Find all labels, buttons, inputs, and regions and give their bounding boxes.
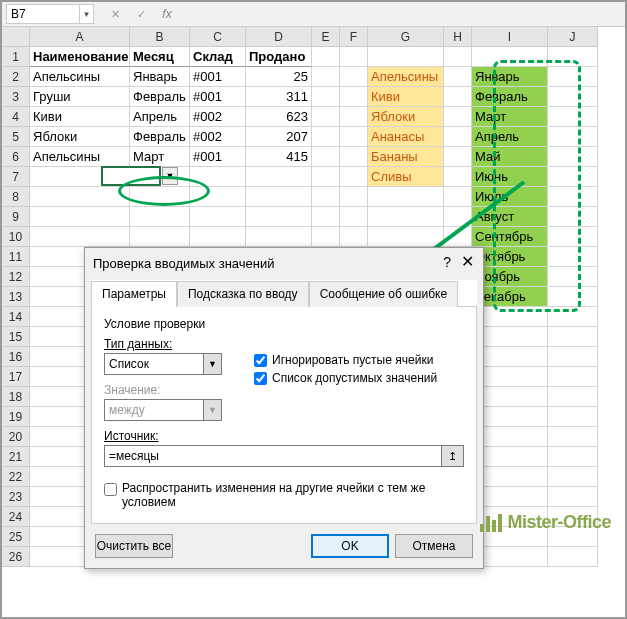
cell-F7[interactable] [340,167,368,187]
cell-H6[interactable] [444,147,472,167]
dialog-help-icon[interactable]: ? [443,254,451,270]
cell-B1[interactable]: Месяц [130,47,190,67]
cell-J17[interactable] [548,367,598,387]
cell-E4[interactable] [312,107,340,127]
cell-E8[interactable] [312,187,340,207]
cell-G10[interactable] [368,227,444,247]
cell-J22[interactable] [548,467,598,487]
cell-G1[interactable] [368,47,444,67]
cell-C10[interactable] [190,227,246,247]
cell-B3[interactable]: Февраль [130,87,190,107]
cell-B2[interactable]: Январь [130,67,190,87]
cell-F2[interactable] [340,67,368,87]
cell-F8[interactable] [340,187,368,207]
row-header-5[interactable]: 5 [2,127,30,147]
row-header-11[interactable]: 11 [2,247,30,267]
tab-error-message[interactable]: Сообщение об ошибке [309,281,458,307]
cell-C4[interactable]: #002 [190,107,246,127]
cell-E5[interactable] [312,127,340,147]
cell-A10[interactable] [30,227,130,247]
cell-E1[interactable] [312,47,340,67]
row-header-16[interactable]: 16 [2,347,30,367]
cell-A5[interactable]: Яблоки [30,127,130,147]
row-header-12[interactable]: 12 [2,267,30,287]
row-header-23[interactable]: 23 [2,487,30,507]
name-box[interactable] [6,4,80,24]
cell-A2[interactable]: Апельсины [30,67,130,87]
type-select[interactable] [104,353,204,375]
cancel-formula-icon[interactable]: ✕ [104,4,126,24]
col-header-H[interactable]: H [444,27,472,47]
cell-D4[interactable]: 623 [246,107,312,127]
col-header-J[interactable]: J [548,27,598,47]
cell-J15[interactable] [548,327,598,347]
cell-J19[interactable] [548,407,598,427]
cell-D5[interactable]: 207 [246,127,312,147]
cell-G9[interactable] [368,207,444,227]
cell-H7[interactable] [444,167,472,187]
cell-E10[interactable] [312,227,340,247]
cell-H4[interactable] [444,107,472,127]
cell-D3[interactable]: 311 [246,87,312,107]
cell-F1[interactable] [340,47,368,67]
cell-H5[interactable] [444,127,472,147]
col-header-I[interactable]: I [472,27,548,47]
cell-J26[interactable] [548,547,598,567]
row-header-18[interactable]: 18 [2,387,30,407]
cell-F5[interactable] [340,127,368,147]
cell-E3[interactable] [312,87,340,107]
col-header-G[interactable]: G [368,27,444,47]
cell-G8[interactable] [368,187,444,207]
cell-J21[interactable] [548,447,598,467]
row-header-24[interactable]: 24 [2,507,30,527]
cell-A1[interactable]: Наименование [30,47,130,67]
cell-G3[interactable]: Киви [368,87,444,107]
confirm-formula-icon[interactable]: ✓ [130,4,152,24]
row-header-3[interactable]: 3 [2,87,30,107]
cell-C3[interactable]: #001 [190,87,246,107]
source-input[interactable] [104,445,442,467]
cell-F9[interactable] [340,207,368,227]
clear-all-button[interactable]: Очистить все [95,534,173,558]
row-header-21[interactable]: 21 [2,447,30,467]
cell-J16[interactable] [548,347,598,367]
propagate-checkbox[interactable]: Распространить изменения на другие ячейк… [104,481,464,509]
ignore-empty-checkbox[interactable]: Игнорировать пустые ячейки [254,353,437,367]
cell-B9[interactable] [130,207,190,227]
name-box-dropdown[interactable]: ▼ [80,4,94,24]
cell-D10[interactable] [246,227,312,247]
cell-H9[interactable] [444,207,472,227]
cell-J18[interactable] [548,387,598,407]
cell-J20[interactable] [548,427,598,447]
range-picker-icon[interactable]: ↥ [442,445,464,467]
cell-B4[interactable]: Апрель [130,107,190,127]
row-header-22[interactable]: 22 [2,467,30,487]
cell-F10[interactable] [340,227,368,247]
col-header-E[interactable]: E [312,27,340,47]
row-header-10[interactable]: 10 [2,227,30,247]
cell-G4[interactable]: Яблоки [368,107,444,127]
col-header-A[interactable]: A [30,27,130,47]
row-header-15[interactable]: 15 [2,327,30,347]
row-header-19[interactable]: 19 [2,407,30,427]
col-header-D[interactable]: D [246,27,312,47]
cell-F3[interactable] [340,87,368,107]
cell-C2[interactable]: #001 [190,67,246,87]
col-header-F[interactable]: F [340,27,368,47]
cell-D1[interactable]: Продано [246,47,312,67]
cell-B5[interactable]: Февраль [130,127,190,147]
cell-D7[interactable] [246,167,312,187]
cell-G2[interactable]: Апельсины [368,67,444,87]
tab-parameters[interactable]: Параметры [91,281,177,307]
row-header-4[interactable]: 4 [2,107,30,127]
row-header-2[interactable]: 2 [2,67,30,87]
row-header-6[interactable]: 6 [2,147,30,167]
row-header-14[interactable]: 14 [2,307,30,327]
row-header-13[interactable]: 13 [2,287,30,307]
cancel-button[interactable]: Отмена [395,534,473,558]
cell-H2[interactable] [444,67,472,87]
allowed-list-checkbox[interactable]: Список допустимых значений [254,371,437,385]
cell-H8[interactable] [444,187,472,207]
col-header-C[interactable]: C [190,27,246,47]
tab-input-hint[interactable]: Подсказка по вводу [177,281,309,307]
